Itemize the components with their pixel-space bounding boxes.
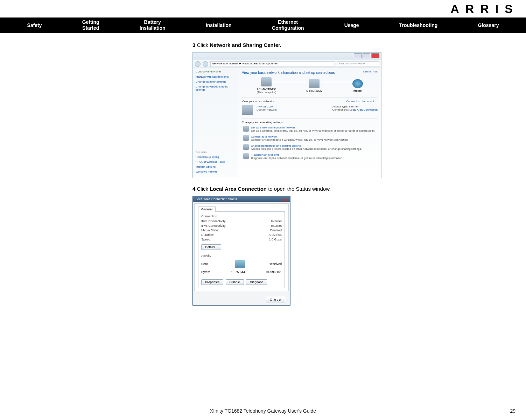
- access-type-label: Access type:: [332, 105, 348, 108]
- nav-usage[interactable]: Usage: [344, 22, 359, 28]
- bytes-label: Bytes:: [201, 270, 210, 274]
- window-caption-buttons: [354, 53, 379, 58]
- row-v: Internet: [271, 224, 282, 227]
- row-k: IPv4 Connectivity:: [201, 219, 226, 223]
- step-4: 4 Click Local Area Connection to open th…: [192, 186, 505, 192]
- brand-logo: ARRIS: [450, 2, 519, 16]
- item-desc: Set up a wireless, broadband, dial-up, a…: [251, 129, 378, 132]
- step-text: Click: [197, 42, 210, 48]
- diagnose-button[interactable]: Diagnose: [246, 279, 267, 285]
- received-label: Received: [268, 262, 282, 266]
- step-3: 3 Click Network and Sharing Center.: [192, 42, 505, 48]
- item-title: Connect to a network: [251, 135, 378, 138]
- nav-installation[interactable]: Installation: [206, 22, 232, 28]
- details-button[interactable]: Details...: [201, 244, 221, 250]
- footer-title: Xfinity TG1682 Telephony Gateway User's …: [0, 408, 526, 414]
- active-networks-section: View your active networks Connect or dis…: [242, 97, 378, 115]
- row-k: Media State:: [201, 229, 219, 232]
- back-button[interactable]: [195, 61, 201, 67]
- main-heading: View your basic network information and …: [242, 71, 378, 75]
- see-also-homegroup[interactable]: Homelaroup kitekg: [196, 155, 238, 159]
- map-node-internet: Internet: [352, 79, 363, 92]
- content-area: 3 Click Network and Sharing Center. Netw…: [192, 42, 505, 306]
- see-also-block: See also Homelaroup kitekg PROSet/Wirele…: [196, 150, 238, 175]
- row-v: 01:27:54: [269, 233, 282, 237]
- see-also-internet-options[interactable]: Internet Options: [196, 165, 238, 168]
- control-panel-home[interactable]: Control Panel Home: [196, 70, 235, 73]
- address-bar-row: Network and Internet ► Network and Shari…: [193, 60, 381, 68]
- node-network-name: ARRISI.COM: [306, 89, 323, 92]
- map-node-network: ARRISI.COM: [306, 79, 323, 92]
- item-desc: Diagnose and repair network problems, or…: [251, 156, 378, 160]
- sent-bytes: 1,975,644: [231, 270, 245, 274]
- item-troubleshoot[interactable]: Troubleshoot problems Diagnose and repai…: [242, 153, 378, 160]
- nav-ethernet-configuration[interactable]: Ethernet Configuration: [272, 19, 304, 31]
- item-setup-connection[interactable]: Set up a new connection or network Set u…: [242, 126, 378, 132]
- received-bytes: 94,996,161: [266, 270, 282, 274]
- link-manage-wireless[interactable]: Manage wireless networks: [196, 75, 235, 78]
- step-number: 4: [192, 186, 195, 192]
- connect-disconnect-link[interactable]: Connect or disconnect: [346, 100, 374, 103]
- step-bold: Network and Sharing Center.: [210, 42, 281, 48]
- change-settings-section: Change your networking settings Set up a…: [242, 118, 378, 160]
- active-network-type: Domain network: [257, 108, 277, 111]
- activity-monitor-icon: [235, 260, 245, 268]
- row-k: IPv6 Connectivity:: [201, 224, 226, 227]
- dialog-title-text: Local Area Connection Status: [196, 197, 237, 201]
- access-type-value: Internet: [349, 105, 358, 108]
- sent-label: Sent —: [201, 262, 212, 266]
- row-v: Internet: [271, 219, 282, 223]
- row-k: Speed:: [201, 238, 211, 241]
- doc-navbar: Safety Getting Started Battery Installat…: [0, 18, 526, 33]
- window-titlebar: [193, 52, 381, 60]
- page-number: 29: [510, 408, 516, 414]
- map-node-this-computer: LP-MARTINEZ (This computer): [257, 77, 276, 94]
- change-settings-heading: Change your networking settings: [242, 121, 283, 124]
- active-network-name[interactable]: ARRISI.COM: [257, 105, 273, 108]
- link-change-adapter[interactable]: Change adapter settings: [196, 80, 235, 83]
- breadcrumb[interactable]: Network and Internet ► Network and Shari…: [210, 61, 335, 67]
- node-pc-name: LP-MARTINEZ: [257, 88, 276, 91]
- item-title: Troubleshoot problems: [251, 153, 378, 156]
- globe-icon: [352, 79, 363, 88]
- close-button[interactable]: [371, 53, 379, 58]
- see-also-windows-firewall[interactable]: Windows Firewall: [196, 170, 238, 173]
- nav-battery-installation[interactable]: Battery Installation: [140, 19, 166, 31]
- dialog-close-icon[interactable]: [282, 198, 288, 201]
- see-also-proset[interactable]: PROSet/Wireless Tools: [196, 160, 238, 163]
- item-connect-network[interactable]: Connect to a network Connect or reconnec…: [242, 135, 378, 141]
- row-v: 1.0 Gbps: [269, 238, 282, 241]
- nav-safety[interactable]: Safety: [27, 22, 42, 28]
- search-input[interactable]: Search Control Panel: [337, 61, 379, 67]
- step-number: 3: [192, 42, 195, 48]
- local-area-connection-link[interactable]: Local Area Connection: [350, 108, 378, 111]
- item-desc: Access files and printers located on oth…: [251, 147, 378, 150]
- item-homegroup[interactable]: Choose homegroup and sharing options Acc…: [242, 144, 378, 150]
- node-pc-sub: (This computer): [257, 91, 276, 94]
- activity-group-label: Activity: [201, 254, 282, 258]
- link-change-advanced-sharing[interactable]: Change advanced sharing settings: [196, 85, 235, 91]
- step-tail: to open the Status window.: [267, 186, 331, 192]
- maximize-button[interactable]: [363, 53, 370, 58]
- network-icon: [309, 79, 320, 88]
- see-full-map-link[interactable]: See full map: [363, 70, 378, 73]
- item-title: Choose homegroup and sharing options: [251, 144, 378, 147]
- network-map: LP-MARTINEZ (This computer) ARRISI.COM I…: [242, 77, 378, 94]
- nav-troubleshooting[interactable]: Troubleshooting: [399, 22, 438, 28]
- item-title: Set up a new connection or network: [251, 126, 378, 129]
- tab-general[interactable]: General: [198, 206, 216, 212]
- step-text: Click: [197, 186, 210, 192]
- forward-button[interactable]: [203, 61, 208, 67]
- active-networks-label: View your active networks: [242, 100, 274, 103]
- nav-glossary[interactable]: Glossary: [478, 22, 499, 28]
- minimize-button[interactable]: [354, 53, 362, 58]
- connections-label: Connections:: [332, 108, 349, 111]
- disable-button[interactable]: Disable: [226, 279, 244, 285]
- left-panel: Control Panel Home Manage wireless netwo…: [193, 68, 238, 178]
- close-button[interactable]: Close: [266, 297, 285, 302]
- see-also-label: See also: [196, 150, 238, 154]
- nav-getting-started[interactable]: Getting Started: [82, 19, 99, 31]
- connection-group-label: Connection: [201, 215, 282, 218]
- row-v: Enabled: [270, 229, 282, 232]
- properties-button[interactable]: Properties: [201, 279, 223, 285]
